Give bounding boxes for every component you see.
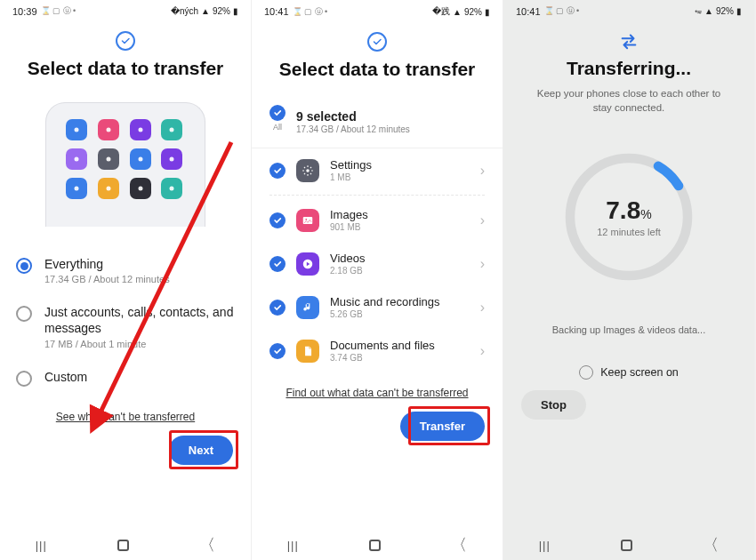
status-notif-icons: ⌛ ▢ ⓤ • — [41, 5, 76, 17]
selected-size: 17.34 GB / About 12 minutes — [296, 124, 410, 134]
svg-point-11 — [170, 187, 174, 191]
android-nav-bar: ||| 〈 — [252, 530, 503, 560]
checkbox-icon[interactable] — [269, 343, 286, 359]
option-label: Just accounts, calls, contacts, and mess… — [44, 304, 235, 336]
radio-unchecked-icon[interactable] — [579, 365, 593, 380]
category-list: Settings1 MB›Images901 MB›Videos2.18 GB›… — [252, 148, 503, 372]
category-name: Settings — [330, 158, 470, 172]
category-size: 901 MB — [330, 222, 470, 232]
battery-pct: 92% — [213, 6, 230, 16]
radio-icon[interactable] — [16, 371, 32, 387]
nav-recent-icon[interactable]: ||| — [539, 539, 551, 552]
app-icon — [98, 178, 119, 199]
phone-screen-3: 10:41 ⌛ ▢ ⓤ • ⥳ ▲ 92% ▮ Transferring... … — [503, 0, 755, 560]
option-label: Custom — [44, 369, 87, 385]
category-music-and-recordings[interactable]: Music and recordings5.26 GB› — [269, 285, 485, 329]
check-circle-icon — [367, 32, 387, 52]
status-bar: 10:41 ⌛ ▢ ⓤ • ⥳ ▲ 92% ▮ — [503, 0, 754, 19]
svg-point-3 — [170, 128, 174, 132]
checkbox-all-icon[interactable] — [269, 105, 286, 121]
category-name: Videos — [330, 252, 470, 265]
svg-point-0 — [75, 128, 79, 132]
category-icon — [296, 159, 319, 182]
highlight-box — [169, 430, 238, 469]
selected-count: 9 selected — [296, 109, 410, 124]
nav-recent-icon[interactable]: ||| — [36, 539, 47, 552]
all-tag: All — [269, 123, 286, 139]
svg-point-15 — [305, 218, 307, 220]
status-notif-icons: ⌛ ▢ ⓤ • — [293, 6, 328, 18]
option-custom[interactable]: Custom — [16, 359, 235, 396]
app-icon — [66, 119, 87, 140]
nav-back-icon[interactable]: 〈 — [703, 534, 719, 556]
category-icon — [296, 209, 319, 232]
app-icon — [66, 178, 87, 199]
phone-screen-2: 10:41 ⌛ ▢ ⓤ • �践 ▲ 92% ▮ Select data to … — [252, 0, 503, 560]
category-size: 1 MB — [330, 172, 470, 182]
category-size: 2.18 GB — [330, 266, 470, 276]
phone-screen-1: 10:39 ⌛ ▢ ⓤ • �ných ▲ 92% ▮ Select data … — [0, 0, 252, 560]
chevron-right-icon: › — [480, 300, 485, 316]
category-settings[interactable]: Settings1 MB› — [269, 148, 485, 192]
status-bar: 10:41 ⌛ ▢ ⓤ • �践 ▲ 92% ▮ — [252, 0, 503, 20]
transfer-options: Everything17.34 GB / About 12 minutesJus… — [0, 246, 251, 396]
svg-point-10 — [138, 187, 142, 191]
app-icon — [161, 148, 182, 170]
chevron-right-icon: › — [480, 256, 485, 272]
category-images[interactable]: Images901 MB› — [269, 198, 485, 242]
checkbox-icon[interactable] — [269, 212, 286, 228]
stop-button[interactable]: Stop — [521, 390, 586, 420]
checkbox-icon[interactable] — [269, 163, 286, 179]
nav-back-icon[interactable]: 〈 — [451, 534, 467, 556]
checkbox-icon[interactable] — [269, 256, 286, 272]
app-icon — [98, 148, 119, 170]
svg-point-1 — [106, 128, 110, 132]
svg-point-9 — [106, 187, 110, 191]
nav-recent-icon[interactable]: ||| — [287, 539, 299, 552]
svg-point-5 — [106, 157, 110, 162]
nav-home-icon[interactable] — [621, 540, 632, 551]
check-circle-icon — [116, 31, 135, 51]
chevron-right-icon: › — [480, 212, 485, 228]
app-icon — [161, 178, 182, 199]
nav-back-icon[interactable]: 〈 — [199, 534, 215, 556]
option-accounts[interactable]: Just accounts, calls, contacts, and mess… — [16, 294, 235, 358]
category-size: 3.74 GB — [330, 353, 470, 363]
nav-home-icon[interactable] — [117, 540, 129, 551]
checkbox-icon[interactable] — [269, 300, 286, 316]
status-time: 10:41 — [516, 6, 541, 17]
status-bar: 10:39 ⌛ ▢ ⓤ • �ných ▲ 92% ▮ — [0, 0, 251, 19]
svg-point-2 — [138, 128, 142, 132]
battery-icon: ▮ — [736, 6, 742, 16]
battery-pct: 92% — [716, 6, 734, 16]
category-videos[interactable]: Videos2.18 GB› — [269, 242, 485, 285]
app-icon — [98, 119, 119, 140]
transfer-arrows-icon — [619, 31, 639, 51]
signal-icon: ▲ — [704, 6, 713, 16]
radio-icon[interactable] — [16, 258, 32, 274]
svg-point-8 — [75, 187, 79, 191]
wifi-icon: �ných — [171, 6, 198, 16]
battery-icon: ▮ — [233, 6, 238, 16]
status-time: 10:41 — [264, 6, 289, 17]
signal-icon: ▲ — [453, 7, 462, 17]
keep-screen-toggle[interactable]: Keep screen on — [503, 365, 754, 380]
progress-percent: 7.8% — [606, 196, 651, 225]
app-icon — [130, 178, 151, 199]
page-title: Select data to transfer — [0, 58, 251, 86]
status-message: Backing up Images & videos data... — [521, 324, 736, 335]
category-name: Images — [330, 208, 470, 221]
category-name: Documents and files — [330, 339, 470, 352]
radio-icon[interactable] — [16, 306, 32, 322]
select-all-row[interactable]: All 9 selected 17.34 GB / About 12 minut… — [252, 96, 503, 148]
category-documents-and-files[interactable]: Documents and files3.74 GB› — [269, 329, 485, 372]
find-out-link[interactable]: Find out what data can't be transferred — [252, 387, 503, 399]
nav-home-icon[interactable] — [369, 540, 381, 551]
category-size: 5.26 GB — [330, 309, 470, 319]
category-icon — [296, 296, 319, 319]
see-what-cant-link[interactable]: See what can't be transferred — [0, 411, 251, 423]
page-title: Transferring... — [503, 58, 754, 86]
option-everything[interactable]: Everything17.34 GB / About 12 minutes — [16, 246, 235, 294]
svg-point-13 — [306, 169, 310, 172]
chevron-right-icon: › — [480, 163, 485, 179]
